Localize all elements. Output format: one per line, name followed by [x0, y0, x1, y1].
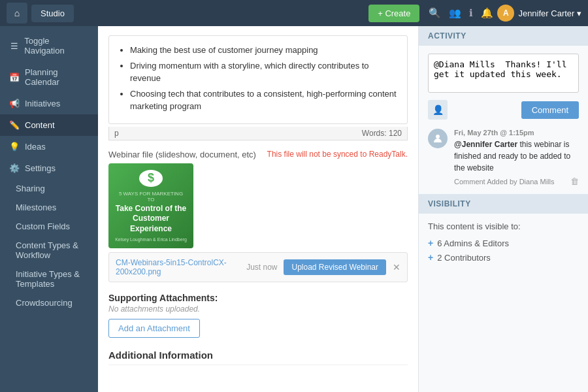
file-name: CM-Webinars-5in15-ControlCX-200x200.png: [116, 258, 240, 276]
sidebar-item-toggle[interactable]: ☰ Toggle Navigation: [0, 30, 98, 61]
activity-input[interactable]: [428, 54, 579, 93]
visibility-section: VISIBILITY This content is visible to: +…: [419, 194, 588, 274]
sidebar-sub-content-types[interactable]: Content Types & Workflow: [0, 236, 98, 265]
webinar-warning: This file will not be synced to ReadyTal…: [267, 150, 408, 159]
sidebar-label-content: Content: [25, 120, 55, 130]
additional-info-header: Additional Information: [108, 350, 408, 365]
settings-icon: ⚙️: [9, 163, 20, 173]
sidebar-sub-sharing[interactable]: Sharing: [0, 179, 98, 198]
svg-point-0: [436, 135, 440, 139]
sidebar-sub-milestones[interactable]: Milestones: [0, 198, 98, 217]
main-layout: ☰ Toggle Navigation 📅 Planning Calendar …: [0, 26, 588, 392]
comment-author: Comment Added by Diana Mills: [454, 178, 554, 186]
no-attachments-text: No attachments uploaded.: [108, 304, 408, 314]
activity-body: 👤 Comment Fri, May 27th @ 1:15pm @Jennif…: [419, 46, 588, 194]
bullet-item-2: Driving momentum with a storyline, which…: [130, 59, 399, 85]
sidebar-item-settings[interactable]: ⚙️ Settings: [0, 157, 98, 179]
activity-section: ACTIVITY 👤 Comment Fri, May 27th @: [419, 26, 588, 194]
content-icon: ✏️: [9, 120, 20, 130]
visibility-admins: + 6 Admins & Editors: [428, 238, 579, 248]
sidebar: ☰ Toggle Navigation 📅 Planning Calendar …: [0, 26, 98, 392]
sidebar-sub-initiative-types[interactable]: Initiative Types & Templates: [0, 265, 98, 293]
visibility-contributors: + 2 Contributors: [428, 252, 579, 263]
sidebar-item-initiatives[interactable]: 📢 Initiatives: [0, 93, 98, 114]
webinar-file-label: Webinar file (slideshow, document, etc): [108, 150, 256, 159]
info-icon[interactable]: ℹ: [469, 7, 473, 19]
top-navigation: ⌂ Studio + Create 🔍 👥 ℹ 🔔 A Jennifer Car…: [0, 0, 588, 26]
expand-admins-icon[interactable]: +: [428, 238, 433, 248]
close-file-icon[interactable]: ✕: [393, 262, 400, 272]
file-row: CM-Webinars-5in15-ControlCX-200x200.png …: [108, 252, 408, 282]
sidebar-label-toggle: Toggle Navigation: [24, 36, 89, 56]
visibility-body: This content is visible to: + 6 Admins &…: [419, 214, 588, 274]
word-count: Words: 120: [362, 129, 402, 138]
visibility-intro: This content is visible to:: [428, 221, 579, 231]
comment-entry: Fri, May 27th @ 1:15pm @Jennifer Carter …: [428, 129, 579, 186]
right-panel: ACTIVITY 👤 Comment Fri, May 27th @: [418, 26, 588, 392]
toggle-icon: ☰: [9, 41, 19, 51]
user-name[interactable]: Jennifer Carter ▾: [518, 8, 581, 18]
sidebar-item-ideas[interactable]: 💡 Ideas: [0, 136, 98, 157]
studio-tab[interactable]: Studio: [31, 5, 74, 22]
expand-contributors-icon[interactable]: +: [428, 252, 433, 263]
contributors-label: 2 Contributors: [437, 253, 491, 263]
file-time: Just now: [246, 263, 277, 272]
webinar-authors: Kelsey Loughman & Erica Lindberg: [115, 237, 187, 242]
main-content: Making the best use of customer journey …: [98, 26, 418, 392]
bullet-item-1: Making the best use of customer journey …: [130, 44, 399, 57]
nav-icon-group: 🔍 👥 ℹ 🔔: [429, 7, 493, 19]
bullet-list: Making the best use of customer journey …: [117, 44, 399, 113]
comment-content: Fri, May 27th @ 1:15pm @Jennifer Carter …: [454, 129, 579, 186]
webinar-file-section: Webinar file (slideshow, document, etc) …: [108, 150, 408, 159]
search-icon[interactable]: 🔍: [429, 7, 441, 19]
comment-date: Fri, May 27th @ 1:15pm: [454, 129, 579, 137]
comment-mention: @Jennifer Carter: [454, 140, 517, 149]
sidebar-item-content[interactable]: ✏️ Content: [0, 114, 98, 136]
attachments-label: Supporting Attachments:: [108, 293, 408, 303]
attachments-section: Supporting Attachments: No attachments u…: [108, 293, 408, 338]
sidebar-sub-crowdsourcing[interactable]: Crowdsourcing: [0, 293, 98, 312]
calendar-icon: 📅: [9, 73, 20, 82]
editor-char: p: [114, 129, 119, 138]
user-avatar[interactable]: A: [497, 5, 514, 22]
sidebar-label-initiatives: Initiatives: [25, 99, 60, 108]
ideas-icon: 💡: [9, 142, 20, 152]
bell-icon[interactable]: 🔔: [481, 7, 493, 19]
webinar-main-title: Take Control of the Customer Experience: [115, 204, 187, 235]
webinar-thumbnail: $ 5 WAYS FOR MARKETING TO Take Control o…: [108, 163, 193, 248]
sidebar-label-settings: Settings: [25, 163, 56, 173]
comment-button[interactable]: Comment: [521, 101, 579, 119]
create-button[interactable]: + Create: [368, 5, 419, 22]
delete-comment-icon[interactable]: 🗑: [570, 176, 579, 186]
commenter-avatar: [428, 129, 448, 148]
editor-toolbar: p Words: 120: [108, 127, 408, 140]
activity-input-row: 👤 Comment: [428, 100, 579, 120]
bullet-item-3: Choosing tech that contributes to a cons…: [130, 88, 399, 113]
visibility-header: VISIBILITY: [419, 194, 588, 214]
users-icon[interactable]: 👥: [449, 7, 461, 19]
comment-text: @Jennifer Carter this webinar is finishe…: [454, 139, 579, 174]
webinar-badge-icon: $: [139, 170, 163, 187]
add-attachment-button[interactable]: Add an Attachment: [108, 319, 200, 338]
sidebar-sub-custom-fields[interactable]: Custom Fields: [0, 217, 98, 236]
upload-revised-button[interactable]: Upload Revised Webinar: [284, 259, 386, 275]
initiatives-icon: 📢: [9, 99, 20, 108]
webinar-pre-title: 5 WAYS FOR MARKETING TO: [115, 191, 187, 203]
sidebar-item-planning[interactable]: 📅 Planning Calendar: [0, 61, 98, 93]
sidebar-label-planning: Planning Calendar: [25, 67, 89, 87]
sidebar-label-ideas: Ideas: [25, 142, 46, 152]
comment-footer: Comment Added by Diana Mills 🗑: [454, 176, 579, 186]
admins-label: 6 Admins & Editors: [437, 238, 509, 248]
home-button[interactable]: ⌂: [7, 3, 27, 24]
content-editor[interactable]: Making the best use of customer journey …: [108, 35, 408, 124]
mention-icon[interactable]: 👤: [428, 100, 448, 120]
activity-header: ACTIVITY: [419, 26, 588, 46]
